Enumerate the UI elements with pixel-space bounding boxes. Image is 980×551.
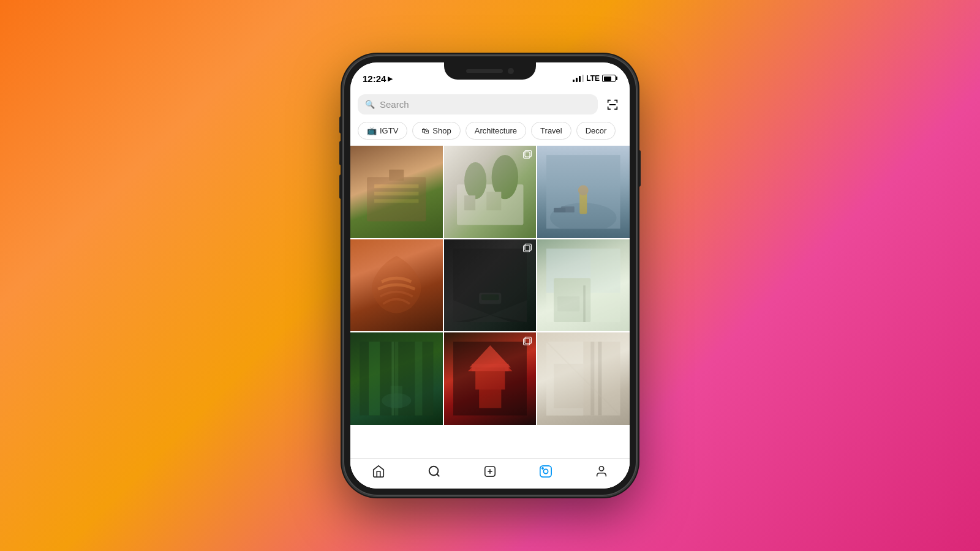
chip-shop[interactable]: 🛍 Shop	[412, 122, 460, 140]
bottom-nav	[350, 458, 630, 489]
svg-rect-29	[584, 285, 586, 322]
grid-cell-9[interactable]	[537, 332, 630, 425]
chip-decor-label: Decor	[586, 126, 607, 135]
multi-icon-5	[522, 243, 532, 253]
chip-shop-label: Shop	[432, 126, 451, 135]
svg-rect-4	[374, 199, 418, 203]
chip-igtv-icon: 📺	[367, 126, 377, 135]
location-icon: ▶	[388, 75, 393, 82]
battery-icon	[602, 75, 617, 82]
svg-rect-5	[389, 170, 404, 181]
search-icon: 🔍	[365, 100, 375, 109]
phone-frame: 12:24 ▶ LTE	[343, 55, 637, 496]
nav-add[interactable]	[462, 465, 518, 478]
svg-point-7	[464, 162, 486, 199]
svg-rect-43	[591, 342, 595, 416]
svg-rect-44	[598, 342, 602, 416]
svg-rect-40	[525, 337, 531, 343]
svg-point-52	[544, 469, 548, 473]
svg-rect-10	[486, 192, 501, 210]
search-input-wrapper[interactable]: 🔍 Search	[358, 94, 598, 114]
svg-point-53	[542, 467, 543, 468]
photo-grid	[350, 146, 630, 425]
svg-rect-18	[554, 208, 565, 212]
add-icon	[483, 465, 497, 478]
svg-rect-23	[525, 244, 531, 250]
chip-architecture[interactable]: Architecture	[466, 122, 526, 140]
multi-icon-2	[522, 149, 532, 159]
multi-icon-8	[522, 336, 532, 346]
chip-igtv[interactable]: 📺 IGTV	[358, 122, 407, 140]
chip-decor[interactable]: Decor	[576, 122, 616, 140]
chip-igtv-label: IGTV	[380, 126, 398, 135]
profile-icon	[595, 465, 608, 478]
svg-rect-32	[391, 386, 402, 408]
nav-home[interactable]	[350, 465, 406, 478]
grid-cell-1[interactable]	[350, 146, 443, 238]
home-icon	[372, 465, 385, 478]
notch-camera	[508, 68, 514, 74]
svg-rect-28	[557, 296, 579, 311]
svg-rect-3	[374, 192, 418, 195]
phone-screen: 12:24 ▶ LTE	[350, 62, 630, 489]
phone-wrapper: 12:24 ▶ LTE	[343, 55, 637, 496]
nav-profile[interactable]	[574, 465, 630, 478]
chip-travel[interactable]: Travel	[531, 122, 571, 140]
signal-bars	[573, 75, 584, 82]
svg-rect-51	[540, 465, 551, 476]
nav-search[interactable]	[406, 465, 462, 478]
status-time: 12:24 ▶	[363, 73, 393, 84]
app-content: 🔍 Search	[350, 89, 630, 489]
svg-rect-9	[464, 195, 475, 210]
chip-travel-label: Travel	[540, 126, 562, 135]
svg-point-46	[429, 466, 439, 475]
svg-point-16	[578, 185, 589, 195]
search-bar: 🔍 Search	[350, 89, 630, 119]
scan-icon	[606, 98, 619, 111]
status-right: LTE	[573, 74, 617, 83]
grid-cell-6[interactable]	[537, 239, 630, 332]
svg-rect-26	[591, 249, 620, 323]
search-placeholder: Search	[380, 99, 590, 110]
chip-shop-icon: 🛍	[421, 126, 429, 135]
notch-speaker	[466, 69, 503, 73]
lte-label: LTE	[586, 74, 600, 83]
svg-rect-12	[525, 151, 531, 157]
chip-architecture-label: Architecture	[475, 126, 517, 135]
svg-rect-39	[524, 339, 530, 345]
grid-cell-4[interactable]	[350, 239, 443, 332]
search-nav-icon	[428, 465, 441, 478]
reels-icon	[539, 465, 552, 478]
svg-rect-45	[554, 364, 583, 408]
power-button[interactable]	[637, 150, 641, 187]
svg-line-47	[437, 474, 439, 476]
svg-rect-38	[472, 364, 508, 372]
grid-cell-2[interactable]	[444, 146, 537, 238]
notch	[444, 62, 536, 80]
grid-cell-7[interactable]	[350, 332, 443, 425]
nav-reels[interactable]	[518, 465, 574, 478]
svg-rect-21	[481, 294, 499, 300]
svg-rect-2	[374, 184, 418, 188]
grid-cell-8[interactable]	[444, 332, 537, 425]
svg-rect-22	[524, 246, 530, 252]
scan-button[interactable]	[603, 95, 622, 114]
grid-cell-3[interactable]	[537, 146, 630, 238]
svg-point-54	[600, 466, 604, 470]
chips-row: 📺 IGTV 🛍 Shop Architecture Travel Deco	[350, 119, 630, 144]
grid-cell-5[interactable]	[444, 239, 537, 332]
svg-rect-11	[524, 152, 530, 158]
